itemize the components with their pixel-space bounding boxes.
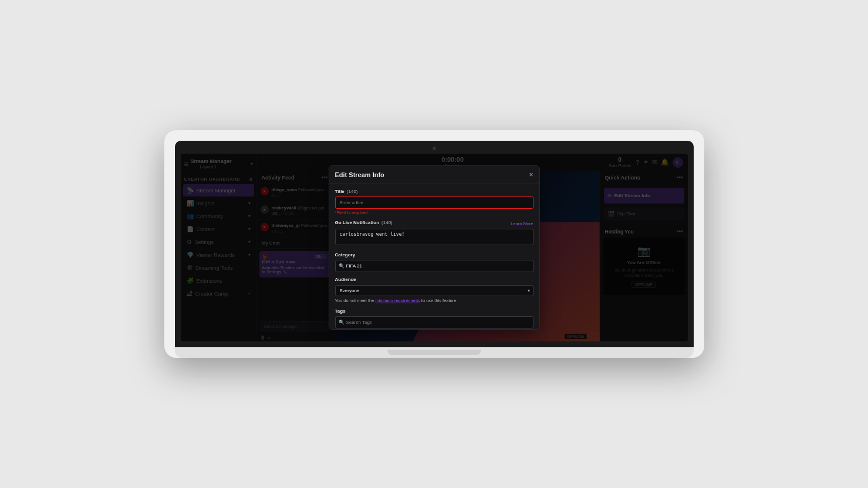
go-live-char-count: (140) xyxy=(381,220,393,225)
category-input-wrapper: 🔍 xyxy=(335,259,533,272)
title-input[interactable] xyxy=(335,196,533,209)
laptop-base-notch xyxy=(387,350,481,355)
audience-label: Audience xyxy=(335,277,533,282)
category-label: Category xyxy=(335,252,533,257)
modal-title: Edit Stream Info xyxy=(335,171,384,178)
screen-bezel: ≡ Stream Manager Layout 1 ▾ CREATOR DASH… xyxy=(175,141,694,347)
laptop-shell: ≡ Stream Manager Layout 1 ▾ CREATOR DASH… xyxy=(164,130,704,358)
camera xyxy=(433,147,436,150)
title-label: Title (140) xyxy=(335,189,533,194)
audience-warning: You do not meet the minimum requirements… xyxy=(335,298,533,304)
go-live-field-row: Go Live Notification (140) Learn More ca… xyxy=(335,220,533,248)
go-live-textarea[interactable]: carlosbravog went live! xyxy=(335,229,533,245)
modal-overlay: Edit Stream Info × Title (140) *Field is… xyxy=(181,154,688,341)
edit-stream-info-modal: Edit Stream Info × Title (140) *Field is… xyxy=(329,165,540,330)
title-char-count: (140) xyxy=(347,189,358,194)
audience-select-wrapper: Everyone xyxy=(335,284,533,296)
title-field-row: Title (140) *Field is required. xyxy=(335,189,533,215)
laptop-base xyxy=(175,347,694,358)
title-error: *Field is required. xyxy=(335,210,533,215)
search-icon: 🔍 xyxy=(339,319,345,324)
category-input[interactable] xyxy=(335,260,533,272)
modal-close-button[interactable]: × xyxy=(529,171,533,179)
audience-field-row: Audience Everyone You do not meet the mi… xyxy=(335,277,533,304)
category-field-row: Category 🔍 xyxy=(335,252,533,272)
audience-select[interactable]: Everyone xyxy=(335,285,533,296)
go-live-label: Go Live Notification (140) xyxy=(335,220,393,225)
search-icon: 🔍 xyxy=(339,263,345,269)
tags-label: Tags xyxy=(335,309,533,314)
screen: ≡ Stream Manager Layout 1 ▾ CREATOR DASH… xyxy=(181,154,688,341)
modal-header: Edit Stream Info × xyxy=(329,166,539,184)
tags-input[interactable] xyxy=(335,316,533,328)
tags-field-row: Tags 🔍 Sports Game Simulation Tags are p… xyxy=(335,309,533,330)
learn-more-link[interactable]: Learn More xyxy=(511,221,533,226)
tags-input-wrapper: 🔍 xyxy=(335,316,533,328)
minimum-requirements-link[interactable]: minimum requirements xyxy=(375,298,420,303)
modal-body: Title (140) *Field is required. Go Live … xyxy=(329,184,539,330)
